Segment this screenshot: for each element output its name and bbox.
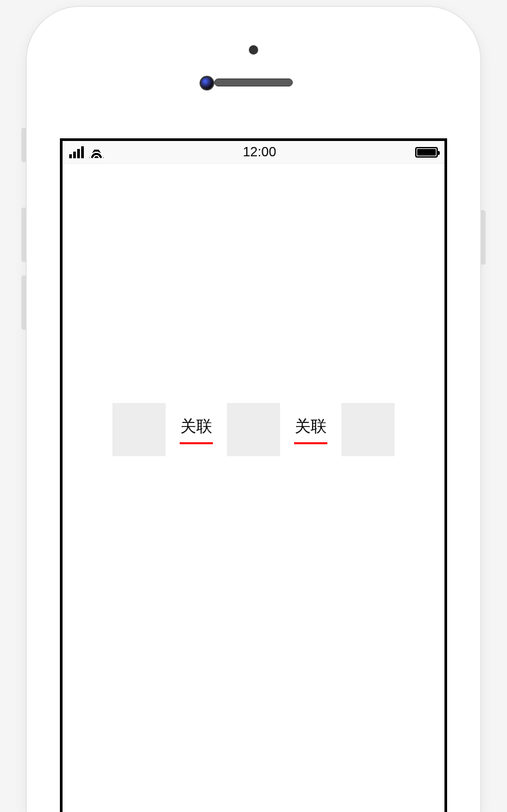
phone-bezel: 12:00 关联 关联 — [36, 16, 471, 812]
link-label[interactable]: 关联 — [180, 416, 212, 437]
phone-volume-up — [21, 207, 27, 262]
link-underline — [180, 442, 213, 444]
link-underline — [294, 442, 327, 444]
placeholder-image — [227, 403, 280, 456]
signal-icon — [69, 146, 84, 158]
links-row: 关联 关联 — [63, 403, 444, 456]
content-area: 关联 关联 — [63, 164, 444, 812]
placeholder-image — [112, 403, 166, 456]
phone-frame: 12:00 关联 关联 — [27, 7, 480, 812]
screen: 12:00 关联 关联 — [60, 138, 447, 812]
front-camera — [200, 76, 214, 90]
placeholder-image — [341, 403, 395, 456]
phone-power-button — [480, 210, 486, 265]
earpiece-speaker — [214, 78, 293, 86]
link-label[interactable]: 关联 — [295, 416, 327, 437]
wifi-icon — [89, 146, 104, 158]
status-time: 12:00 — [243, 144, 276, 160]
phone-volume-down — [21, 275, 27, 330]
status-bar: 12:00 — [63, 141, 444, 164]
phone-mute-switch — [21, 128, 27, 162]
battery-icon — [415, 147, 438, 158]
proximity-sensor — [249, 45, 258, 55]
